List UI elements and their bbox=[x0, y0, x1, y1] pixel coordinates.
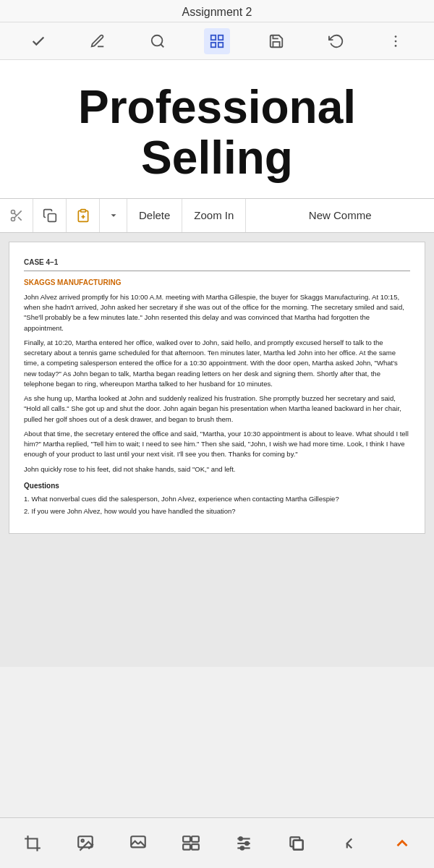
svg-rect-24 bbox=[183, 844, 190, 850]
question-1: 1. What nonverbal cues did the salespers… bbox=[24, 494, 410, 504]
layers-icon[interactable] bbox=[278, 825, 315, 861]
case-company: SKAGGS MANUFACTURING bbox=[24, 277, 410, 288]
svg-point-0 bbox=[151, 35, 162, 46]
back-arrow-icon[interactable] bbox=[331, 825, 367, 861]
questions-title: Questions bbox=[24, 480, 410, 491]
annotation-dropdown[interactable] bbox=[100, 198, 127, 233]
svg-rect-33 bbox=[293, 840, 302, 849]
svg-line-1 bbox=[161, 44, 163, 47]
svg-rect-22 bbox=[183, 836, 190, 842]
landscape-image-icon[interactable] bbox=[120, 825, 156, 861]
svg-line-12 bbox=[18, 217, 22, 221]
check-button[interactable] bbox=[25, 28, 51, 54]
delete-button[interactable]: Delete bbox=[127, 198, 182, 233]
scissors-icon[interactable] bbox=[0, 198, 33, 233]
equalizer-icon[interactable] bbox=[226, 825, 262, 861]
annotation-toolbar: Delete Zoom In New Comme bbox=[0, 198, 434, 233]
document-title: Professional Selling bbox=[14, 82, 420, 184]
top-bar: Assignment 2 bbox=[0, 0, 434, 22]
svg-point-6 bbox=[394, 35, 396, 38]
zoom-in-button[interactable]: Zoom In bbox=[182, 198, 246, 233]
document-page: CASE 4–1 SKAGGS MANUFACTURING John Alvez… bbox=[9, 242, 425, 535]
case-paragraph-3: As she hung up, Martha looked at John an… bbox=[24, 393, 410, 425]
new-comment-button[interactable]: New Comme bbox=[246, 198, 434, 233]
crop-icon[interactable] bbox=[14, 825, 51, 861]
image-edit-icon[interactable] bbox=[67, 825, 103, 861]
document-title-area: Professional Selling bbox=[0, 60, 434, 198]
case-paragraph-5: John quickly rose to his feet, did not s… bbox=[24, 464, 410, 475]
svg-rect-25 bbox=[192, 844, 199, 850]
svg-point-30 bbox=[245, 841, 248, 844]
svg-rect-3 bbox=[218, 35, 223, 39]
case-paragraph-4: About that time, the secretary entered t… bbox=[24, 429, 410, 460]
svg-point-19 bbox=[81, 839, 83, 841]
up-arrow-icon[interactable] bbox=[384, 825, 420, 861]
page-title: Assignment 2 bbox=[182, 6, 252, 18]
annotate-button[interactable] bbox=[85, 28, 111, 54]
svg-point-9 bbox=[11, 210, 14, 213]
svg-rect-2 bbox=[211, 35, 216, 39]
question-2: 2. If you were John Alvez, how would you… bbox=[24, 506, 410, 516]
main-toolbar bbox=[0, 22, 434, 60]
svg-line-13 bbox=[14, 213, 16, 216]
case-paragraph-1: John Alvez arrived promptly for his 10:0… bbox=[24, 292, 410, 333]
case-paragraph-2: Finally, at 10:20, Martha entered her of… bbox=[24, 338, 410, 389]
svg-rect-15 bbox=[80, 209, 85, 211]
bottom-toolbar bbox=[0, 817, 434, 868]
clipboard-icon[interactable] bbox=[67, 198, 100, 233]
svg-rect-14 bbox=[48, 213, 56, 221]
save-button[interactable] bbox=[263, 28, 289, 54]
document-content-area: CASE 4–1 SKAGGS MANUFACTURING John Alvez… bbox=[0, 233, 434, 667]
svg-rect-5 bbox=[218, 42, 223, 46]
svg-rect-23 bbox=[192, 836, 199, 842]
layout-button[interactable] bbox=[204, 28, 230, 54]
copy-icon[interactable] bbox=[33, 198, 67, 233]
search-button[interactable] bbox=[145, 28, 171, 54]
undo-button[interactable] bbox=[323, 28, 349, 54]
svg-point-31 bbox=[240, 846, 243, 849]
svg-point-8 bbox=[394, 45, 396, 47]
image-grid-icon[interactable] bbox=[173, 825, 209, 861]
svg-rect-4 bbox=[211, 42, 216, 46]
svg-point-10 bbox=[11, 217, 14, 221]
svg-point-29 bbox=[239, 837, 242, 840]
svg-point-7 bbox=[394, 40, 396, 42]
case-number: CASE 4–1 bbox=[24, 257, 410, 268]
more-button[interactable] bbox=[383, 28, 409, 54]
